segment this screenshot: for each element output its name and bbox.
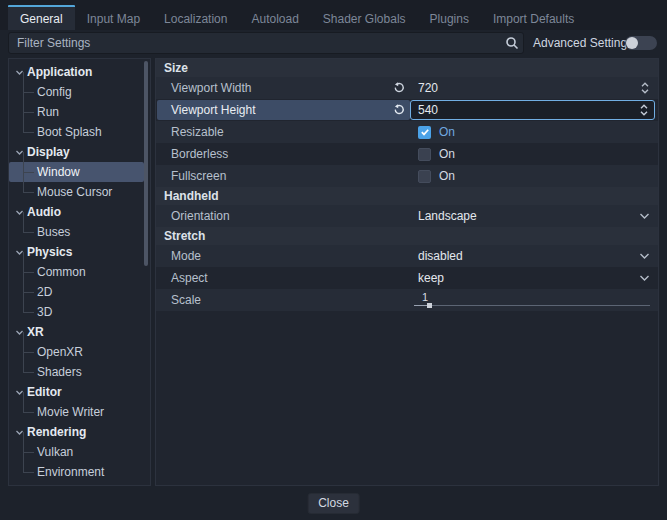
sidebar-item-movie-writer[interactable]: Movie Writer [9,402,150,422]
setting-label: Mode [157,246,410,266]
scale-slider[interactable]: 1 [410,289,652,311]
spinner-updown-icon[interactable] [639,103,649,117]
setting-row-viewport-width: Viewport Width 720 [156,77,658,99]
setting-label: Fullscreen [157,166,410,186]
tab-shader-globals[interactable]: Shader Globals [311,5,418,30]
borderless-checkbox-unchecked[interactable] [418,148,431,161]
tab-bar: General Input Map Localization Autoload … [0,0,667,30]
section-header-size: Size [156,59,658,77]
resizable-checkbox-checked[interactable] [418,126,431,139]
filter-row: Advanced Settings [0,31,667,57]
setting-label: Aspect [157,268,410,288]
sidebar-item-label: Boot Splash [37,125,102,139]
close-button[interactable]: Close [307,493,360,514]
aspect-value: keep [410,271,444,285]
sidebar-item-buses[interactable]: Buses [9,222,150,242]
setting-label: Viewport Width [157,78,410,98]
slider-track [414,305,650,306]
sidebar-item-label: OpenXR [37,345,83,359]
chevron-down-icon [639,252,650,260]
setting-row-orientation: Orientation Landscape [156,205,658,227]
section-header-handheld: Handheld [156,187,658,205]
dialog-footer: Close [0,486,667,520]
aspect-dropdown[interactable]: keep [410,267,658,289]
setting-label-text: Resizable [171,125,224,139]
mode-dropdown[interactable]: disabled [410,245,658,267]
sidebar-scrollbar[interactable] [144,61,148,266]
tab-input-map[interactable]: Input Map [75,5,152,30]
revert-icon[interactable] [393,82,405,94]
setting-value-cell: 720 [410,77,658,99]
sidebar-item-label: Shaders [37,365,82,379]
setting-row-aspect: Aspect keep [156,267,658,289]
setting-label-text: Orientation [171,209,230,223]
filter-settings-input[interactable] [8,32,524,54]
setting-label: Resizable [157,122,410,142]
setting-value-cell: On [410,165,658,187]
sidebar-item-label: Vulkan [37,445,73,459]
setting-label: Borderless [157,144,410,164]
settings-panel: Size Viewport Width 720 Viewport Height … [155,58,659,486]
sidebar-item-label: Rendering [27,425,86,439]
tab-autoload[interactable]: Autoload [239,5,310,30]
search-icon [505,36,519,50]
section-header-stretch: Stretch [156,227,658,245]
setting-label: Orientation [157,206,410,226]
revert-icon[interactable] [393,104,405,116]
viewport-height-spinbox[interactable]: 540 [410,100,655,120]
sidebar-item-boot-splash[interactable]: Boot Splash [9,122,150,142]
tab-plugins[interactable]: Plugins [418,5,481,30]
setting-row-resizable: Resizable On [156,121,658,143]
setting-row-borderless: Borderless On [156,143,658,165]
sidebar-item-label: 2D [37,285,52,299]
setting-label-text: Fullscreen [171,169,226,183]
slider-handle[interactable] [427,303,432,308]
sidebar-item-environment[interactable]: Environment [9,462,150,482]
checkbox-on-label: On [439,125,455,139]
setting-row-fullscreen: Fullscreen On [156,165,658,187]
setting-label-text: Mode [171,249,201,263]
setting-row-scale: Scale 1 [156,289,658,311]
sidebar-item-label: Mouse Cursor [37,185,112,199]
mode-value: disabled [410,249,463,263]
sidebar-item-shaders[interactable]: Shaders [9,362,150,382]
sidebar-item-mouse-cursor[interactable]: Mouse Cursor [9,182,150,202]
tab-localization[interactable]: Localization [152,5,239,30]
orientation-value: Landscape [410,209,477,223]
setting-row-mode: Mode disabled [156,245,658,267]
advanced-settings-toggle[interactable] [625,36,657,50]
setting-label-text: Scale [171,293,201,307]
spinner-updown-icon[interactable] [640,81,650,95]
sidebar-item-label: Buses [37,225,70,239]
sidebar-item-label: Movie Writer [37,405,104,419]
viewport-height-value[interactable]: 540 [411,103,438,117]
setting-label: Scale [157,290,410,310]
checkbox-on-label: On [439,147,455,161]
setting-value-cell: 540 [410,99,658,121]
tab-import-defaults[interactable]: Import Defaults [481,5,586,30]
setting-label-highlighted: Viewport Height [157,100,410,120]
setting-label-text: Viewport Height [171,103,256,117]
chevron-down-icon [639,274,650,282]
advanced-settings-label: Advanced Settings [533,36,633,50]
sidebar-item-label: Common [37,265,86,279]
sidebar-item-label: Application [27,65,92,79]
sidebar-item-label: Window [37,165,80,179]
setting-value-cell: On [410,121,658,143]
sidebar-item-label: 3D [37,305,52,319]
setting-row-viewport-height: Viewport Height 540 [156,99,658,121]
project-settings-window: General Input Map Localization Autoload … [0,0,667,520]
tab-general[interactable]: General [8,5,75,30]
fullscreen-checkbox-unchecked[interactable] [418,170,431,183]
settings-category-tree: Application Config Run Boot Splash Displ… [8,58,151,486]
sidebar-item-3d[interactable]: 3D [9,302,150,322]
setting-label-text: Viewport Width [171,81,251,95]
toggle-knob [626,37,638,49]
chevron-down-icon [639,212,650,220]
sidebar-item-label: Environment [37,465,104,479]
sidebar-item-label: Run [37,105,59,119]
setting-label-text: Borderless [171,147,228,161]
setting-value-cell: On [410,143,658,165]
viewport-width-value[interactable]: 720 [410,81,438,95]
orientation-dropdown[interactable]: Landscape [410,205,658,227]
